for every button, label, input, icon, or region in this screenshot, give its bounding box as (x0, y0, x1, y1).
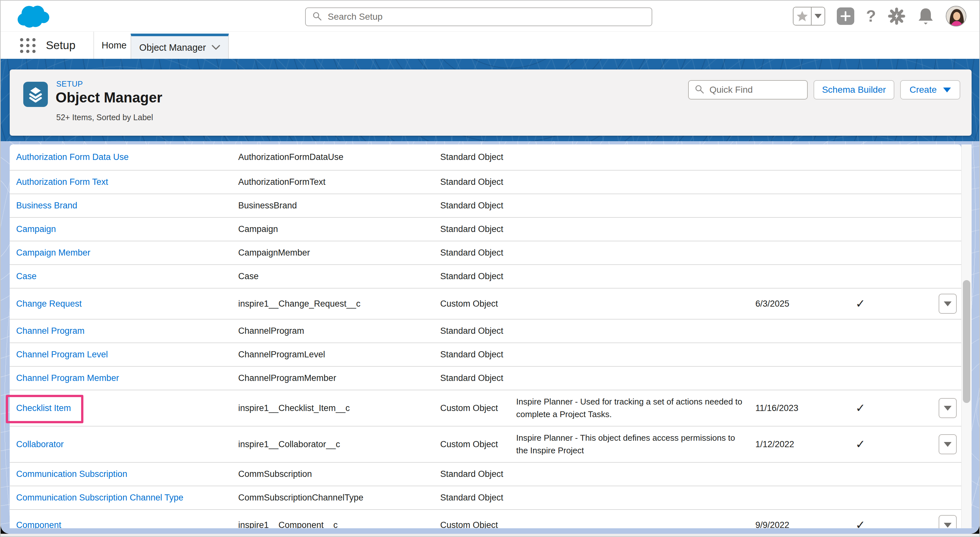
table-row: Checklist Iteminspire1__Checklist_Item__… (10, 390, 961, 426)
scrollbar-track[interactable] (961, 145, 972, 528)
row-actions-button[interactable] (939, 515, 957, 528)
object-type: Standard Object (440, 152, 516, 162)
object-type: Standard Object (440, 493, 516, 503)
chevron-down-icon (944, 406, 951, 411)
schema-builder-button[interactable]: Schema Builder (813, 80, 894, 100)
row-menu-cell (885, 398, 957, 418)
tab-object-manager-label: Object Manager (139, 42, 206, 53)
object-api-name: AuthorizationFormText (238, 177, 440, 187)
object-type: Standard Object (440, 201, 516, 211)
object-manager-icon (23, 82, 48, 107)
add-button[interactable] (837, 8, 854, 25)
object-api-name: CommSubscription (238, 469, 440, 479)
app-window: ? (1, 1, 979, 534)
deployed-check: ✓ (836, 297, 885, 310)
scrollbar-thumb[interactable] (963, 280, 970, 403)
object-api-name: CommSubscriptionChannelType (238, 493, 440, 503)
favorites-split-button (793, 7, 825, 25)
object-link[interactable]: Channel Program (16, 326, 238, 336)
row-menu-cell (885, 434, 957, 454)
object-manager-header: SETUP Object Manager 52+ Items, Sorted b… (10, 70, 972, 136)
tab-object-manager[interactable]: Object Manager (130, 33, 229, 59)
setup-gear-button[interactable] (888, 7, 906, 25)
global-header: ? (1, 1, 979, 32)
table-row: Collaboratorinspire1__Collaborator__cCus… (10, 426, 961, 462)
salesforce-logo[interactable] (16, 3, 52, 30)
page-title: Object Manager (56, 89, 162, 106)
last-modified-date: 6/3/2025 (756, 299, 836, 309)
deployed-check: ✓ (836, 401, 885, 415)
object-type: Standard Object (440, 272, 516, 281)
setup-navbar: Setup Home Object Manager (1, 32, 979, 59)
object-link[interactable]: Channel Program Level (16, 350, 238, 360)
table-row: Campaign MemberCampaignMemberStandard Ob… (10, 241, 961, 264)
create-button[interactable]: Create (900, 80, 960, 100)
object-link[interactable]: Authorization Form Data Use (16, 152, 238, 162)
object-link[interactable]: Communication Subscription Channel Type (16, 493, 238, 503)
favorites-dropdown-button[interactable] (811, 8, 824, 25)
app-launcher-icon[interactable] (19, 38, 36, 54)
screenshot-frame: ? (0, 0, 980, 537)
bell-icon (917, 7, 934, 25)
row-actions-button[interactable] (939, 294, 957, 314)
favorites-star-icon[interactable] (794, 8, 811, 25)
object-description: Inspire Planner - This object defines ac… (516, 432, 756, 457)
notifications-button[interactable] (917, 7, 934, 25)
last-modified-date: 11/16/2023 (756, 403, 836, 413)
setup-eyebrow: SETUP (56, 79, 83, 89)
object-link[interactable]: Change Request (16, 299, 238, 309)
object-link[interactable]: Campaign (16, 224, 238, 234)
table-row: Channel Program LevelChannelProgramLevel… (10, 343, 961, 366)
object-link[interactable]: Channel Program Member (16, 373, 238, 383)
object-type: Standard Object (440, 373, 516, 383)
table-row: Componentinspire1__Component__cCustom Ob… (10, 509, 961, 528)
object-link[interactable]: Business Brand (16, 201, 238, 211)
object-link[interactable]: Collaborator (16, 439, 238, 450)
help-button[interactable]: ? (866, 8, 876, 24)
object-type: Custom Object (440, 520, 516, 529)
object-api-name: inspire1__Change_Request__c (238, 299, 440, 309)
last-modified-date: 1/12/2022 (756, 439, 836, 450)
object-type: Custom Object (440, 403, 516, 413)
deployed-check: ✓ (836, 437, 885, 451)
object-api-name: inspire1__Collaborator__c (238, 439, 440, 450)
table-row: Communication Subscription Channel TypeC… (10, 486, 961, 509)
row-menu-cell (885, 294, 957, 314)
object-link[interactable]: Communication Subscription (16, 469, 238, 479)
highlight-annotation (6, 395, 83, 423)
row-actions-button[interactable] (939, 398, 957, 418)
object-type: Standard Object (440, 177, 516, 187)
object-api-name: Case (238, 272, 440, 281)
object-link[interactable]: Component (16, 520, 238, 529)
table-row: Change Requestinspire1__Change_Request__… (10, 288, 961, 319)
app-name: Setup (46, 32, 75, 59)
search-icon (312, 11, 322, 22)
tab-home[interactable]: Home (98, 32, 130, 59)
global-actions: ? (793, 1, 966, 32)
user-avatar[interactable] (946, 6, 966, 27)
object-type: Custom Object (440, 299, 516, 309)
object-link[interactable]: Case (16, 272, 238, 281)
table-row: CaseCaseStandard Object (10, 264, 961, 288)
last-modified-date: 9/9/2022 (756, 520, 836, 529)
object-type: Custom Object (440, 439, 516, 450)
object-api-name: ChannelProgramLevel (238, 350, 440, 360)
question-mark-icon: ? (866, 8, 876, 24)
chevron-down-icon (944, 302, 951, 306)
object-link[interactable]: Campaign Member (16, 248, 238, 258)
chevron-down-icon (212, 45, 220, 50)
row-actions-button[interactable] (939, 434, 957, 454)
table-row: Authorization Form Data UseAuthorization… (10, 145, 961, 170)
global-search-input[interactable] (327, 11, 618, 22)
row-menu-cell (885, 515, 957, 528)
object-api-name: Campaign (238, 224, 440, 234)
object-api-name: CampaignMember (238, 248, 440, 258)
quick-find-input[interactable] (709, 84, 790, 95)
table-row: Communication SubscriptionCommSubscripti… (10, 462, 961, 486)
object-type: Standard Object (440, 248, 516, 258)
object-link[interactable]: Authorization Form Text (16, 177, 238, 187)
object-type: Standard Object (440, 350, 516, 360)
chevron-down-icon (944, 442, 951, 447)
global-search-box (305, 8, 652, 26)
create-button-label: Create (910, 85, 937, 95)
